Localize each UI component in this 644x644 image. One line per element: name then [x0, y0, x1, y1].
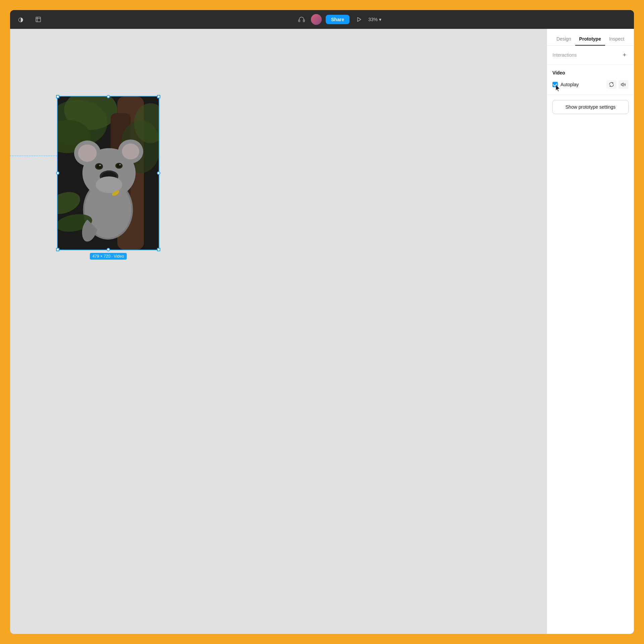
crop-icon[interactable]: [33, 14, 44, 25]
koala-image: [58, 97, 159, 250]
svg-point-19: [122, 144, 140, 160]
svg-rect-0: [36, 17, 41, 22]
theme-icon[interactable]: ◑: [15, 14, 26, 25]
canvas[interactable]: 479 × 720 · Video: [10, 29, 362, 362]
resize-handle-br[interactable]: [157, 248, 160, 251]
canvas-inner: 479 × 720 · Video: [10, 29, 362, 362]
svg-point-27: [119, 164, 121, 165]
resize-handle-tl[interactable]: [56, 95, 59, 98]
app-window: ◑ Share: [10, 10, 362, 362]
resize-handle-bm[interactable]: [107, 248, 110, 251]
resize-handle-tr[interactable]: [157, 95, 160, 98]
svg-point-26: [99, 165, 101, 166]
share-button[interactable]: Share: [326, 15, 350, 24]
topbar-left: ◑: [15, 14, 44, 25]
avatar[interactable]: [311, 14, 322, 25]
play-icon[interactable]: [354, 14, 362, 25]
resize-handle-lm[interactable]: [56, 171, 59, 175]
topbar: ◑ Share: [10, 10, 362, 29]
main-area: 479 × 720 · Video Design Prototype Inspe…: [10, 29, 362, 362]
selection-dimensions-label: 479 × 720 · Video: [90, 253, 126, 260]
resize-handle-bl[interactable]: [56, 248, 59, 251]
resize-handle-tm[interactable]: [107, 95, 110, 98]
selected-element[interactable]: 479 × 720 · Video: [57, 96, 159, 250]
resize-handle-rm[interactable]: [157, 171, 160, 175]
topbar-center: Share 33% ▾: [49, 14, 362, 25]
guide-horizontal: [10, 156, 57, 156]
svg-point-17: [78, 145, 97, 162]
headphone-icon[interactable]: [296, 14, 307, 25]
svg-point-23: [96, 164, 102, 169]
